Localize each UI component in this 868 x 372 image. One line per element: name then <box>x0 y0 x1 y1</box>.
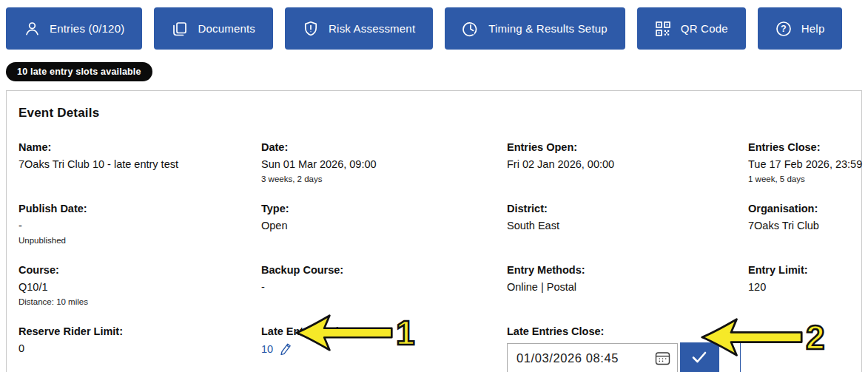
field-name: Name: 7Oaks Tri Club 10 - late entry tes… <box>18 141 261 183</box>
cancel-button[interactable] <box>719 342 741 372</box>
field-value: Online | Postal <box>507 281 748 293</box>
field-label: District: <box>507 203 748 214</box>
field-value: - <box>18 220 261 231</box>
field-entries-open: Entries Open: Fri 02 Jan 2026, 00:00 <box>507 141 748 183</box>
field-note: 1 week, 5 days <box>748 175 862 183</box>
field-type: Type: Open <box>261 203 507 245</box>
entries-button[interactable]: Entries (0/120) <box>6 7 142 50</box>
field-entries-close: Entries Close: Tue 17 Feb 2026, 23:59 1 … <box>748 141 862 183</box>
help-button-label: Help <box>801 22 825 35</box>
late-entries-close-input[interactable] <box>508 351 642 365</box>
checkmark-icon <box>691 351 707 366</box>
person-icon <box>24 21 40 37</box>
field-label: Organisation: <box>748 203 862 214</box>
field-value: Q10/1 <box>18 281 261 293</box>
entries-button-label: Entries (0/120) <box>50 22 124 35</box>
field-label: Entries Open: <box>507 141 748 153</box>
field-value: Tue 17 Feb 2026, 23:59 <box>748 158 862 170</box>
field-value: 7Oaks Tri Club 10 - late entry test <box>18 158 261 170</box>
field-entry-limit: Entry Limit: 120 <box>748 264 862 306</box>
qr-code-icon <box>655 21 671 37</box>
confirm-button[interactable] <box>680 342 719 372</box>
field-reserve-rider-limit: Reserve Rider Limit: 0 <box>18 325 261 372</box>
field-label: Type: <box>261 203 507 214</box>
field-date: Date: Sun 01 Mar 2026, 09:00 3 weeks, 2 … <box>261 141 507 183</box>
field-late-entries-close: Late Entries Close: <box>507 325 862 372</box>
event-details-grid: Name: 7Oaks Tri Club 10 - late entry tes… <box>18 141 850 372</box>
field-district: District: South East <box>507 203 748 245</box>
field-label: Course: <box>18 264 261 276</box>
field-label: Publish Date: <box>18 203 261 214</box>
field-publish-date: Publish Date: - Unpublished <box>18 203 261 245</box>
field-label: Entry Methods: <box>507 264 748 276</box>
field-label: Backup Course: <box>261 264 507 276</box>
field-note: Unpublished <box>18 236 261 245</box>
field-course: Course: Q10/1 Distance: 10 miles <box>18 264 261 306</box>
field-note: Distance: 10 miles <box>18 297 261 306</box>
datetime-input-wrap <box>507 343 678 372</box>
qr-code-button[interactable]: QR Code <box>637 7 746 50</box>
edit-pencil-icon[interactable] <box>280 342 292 355</box>
field-value: Fri 02 Jan 2026, 00:00 <box>507 158 748 170</box>
field-note: 3 weeks, 2 days <box>261 175 507 183</box>
field-label: Entry Limit: <box>748 264 862 276</box>
toolbar: Entries (0/120) Documents Risk Assessmen… <box>0 0 868 50</box>
qr-code-button-label: QR Code <box>681 22 728 35</box>
timing-results-setup-button-label: Timing & Results Setup <box>488 22 608 35</box>
field-label: Late Entries Close: <box>507 325 862 337</box>
risk-assessment-button[interactable]: Risk Assessment <box>285 7 433 50</box>
field-value: 7Oaks Tri Club <box>748 220 862 231</box>
field-label: Late Entry Limit: <box>261 325 507 337</box>
clock-icon <box>462 21 479 37</box>
field-value: 0 <box>18 342 261 354</box>
field-label: Name: <box>18 141 261 153</box>
documents-icon <box>172 21 188 37</box>
documents-button-label: Documents <box>198 22 255 35</box>
timing-results-setup-button[interactable]: Timing & Results Setup <box>445 7 625 50</box>
field-value: Sun 01 Mar 2026, 09:00 <box>261 158 507 170</box>
field-late-entry-limit: Late Entry Limit: 10 <box>261 325 507 372</box>
field-backup-course: Backup Course: - <box>261 264 507 306</box>
shield-alert-icon <box>303 21 319 37</box>
field-label: Reserve Rider Limit: <box>18 325 261 337</box>
risk-assessment-button-label: Risk Assessment <box>329 22 415 35</box>
field-organisation: Organisation: 7Oaks Tri Club <box>748 203 862 245</box>
field-value: South East <box>507 220 748 231</box>
event-details-panel: Event Details Name: 7Oaks Tri Club 10 - … <box>6 90 862 372</box>
question-circle-icon: ? <box>776 21 792 37</box>
calendar-icon[interactable] <box>653 350 672 367</box>
field-value: Open <box>261 220 507 231</box>
field-entry-methods: Entry Methods: Online | Postal <box>507 264 748 306</box>
svg-text:?: ? <box>781 24 787 34</box>
help-button[interactable]: ? Help <box>758 7 843 50</box>
late-entry-slots-badge: 10 late entry slots available <box>6 62 152 81</box>
field-value: 120 <box>748 281 862 293</box>
panel-title: Event Details <box>18 106 850 121</box>
documents-button[interactable]: Documents <box>154 7 273 50</box>
late-entry-limit-value-link[interactable]: 10 <box>261 343 273 355</box>
field-label: Entries Close: <box>748 141 862 153</box>
field-value: - <box>261 281 507 293</box>
field-label: Date: <box>261 141 507 153</box>
